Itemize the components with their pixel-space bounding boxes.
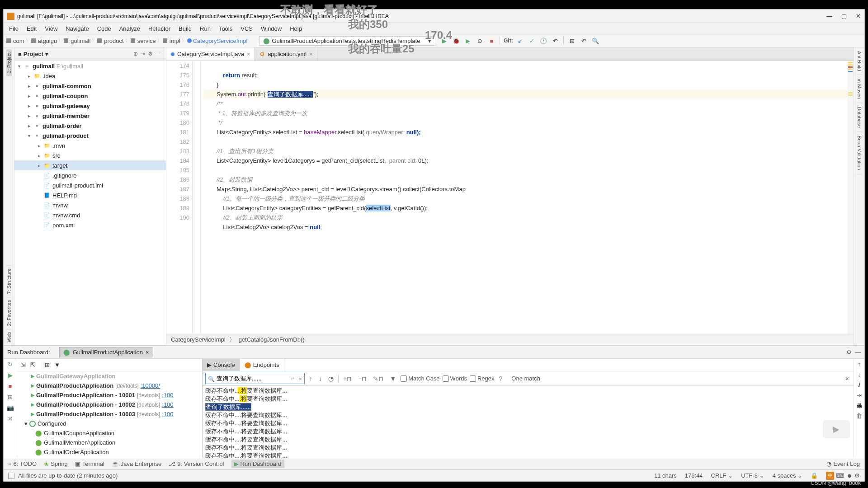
remove-icon[interactable]: −⊓ (356, 375, 368, 382)
tree-item[interactable]: ▸▫gulimall-member (14, 111, 166, 121)
close-icon[interactable]: × (247, 51, 250, 57)
gear-icon[interactable]: ⚙ (846, 349, 852, 356)
funnel-icon[interactable]: ▼ (388, 375, 398, 382)
tree-item[interactable]: ▸▫gulimall-order (14, 121, 166, 131)
layout-icon[interactable]: ⊞ (7, 393, 14, 400)
project-tree[interactable]: ▾▫gulimall F:\gulimall ▸📁.idea▸▫gulimall… (14, 61, 166, 345)
close-icon[interactable]: × (309, 51, 312, 57)
back-icon[interactable]: ↶ (580, 37, 587, 44)
tree-item[interactable]: ▸📁.idea (14, 71, 166, 81)
rail-web[interactable]: Web (6, 329, 12, 345)
endpoints-tab[interactable]: ⬤ Endpoints (240, 359, 284, 371)
configured-group[interactable]: ▾ Configured (17, 419, 202, 428)
menu-help[interactable]: Help (286, 24, 306, 33)
scroll-end-icon[interactable]: ⇥ (857, 392, 862, 399)
scroll-down-icon[interactable]: ↓ (858, 371, 861, 378)
filter2-icon[interactable]: ◔ (326, 375, 335, 382)
debug-button[interactable]: 🐞 (453, 37, 460, 44)
crumb[interactable]: CategoryServiceImpl (187, 38, 248, 44)
run-item[interactable]: ▶GulimallProductApplication - 10002 [dev… (17, 400, 202, 409)
menu-window[interactable]: Window (257, 24, 285, 33)
bottom-spring[interactable]: ❀ Spring (44, 460, 68, 467)
prev-match-icon[interactable]: ↑ (307, 375, 314, 382)
menu-file[interactable]: File (5, 24, 22, 33)
rail-structure[interactable]: 7: Structure (6, 265, 12, 297)
rail-ant[interactable]: Ant Build (857, 47, 862, 75)
menu-code[interactable]: Code (94, 24, 115, 33)
tree-root[interactable]: ▾▫gulimall F:\gulimall (14, 61, 166, 71)
run-icon[interactable]: ▶ (7, 371, 14, 379)
soft-wrap-icon[interactable]: ⤸ (857, 381, 862, 388)
grid-icon[interactable]: ⊞ (45, 361, 50, 368)
bottom-vcs[interactable]: ⎇ 9: Version Control (169, 460, 224, 467)
tree-item[interactable]: 📄mvnw (14, 200, 166, 210)
tree-item[interactable]: ▸📁src (14, 150, 166, 160)
status-crlf[interactable]: CRLF ⌄ (711, 472, 733, 479)
matchcase-checkbox[interactable]: Match Case (401, 375, 439, 382)
video-play-button[interactable]: ▶ (823, 420, 850, 438)
crumb[interactable]: atguigu〉 (31, 38, 63, 44)
tree-item[interactable]: 📄pom.xml (14, 220, 166, 230)
close-search-icon[interactable]: × (844, 375, 851, 382)
locate-icon[interactable]: ⊕ (133, 51, 141, 58)
stop-icon[interactable]: ■ (7, 382, 14, 389)
tab-application-yml[interactable]: ⚙application.yml× (255, 47, 317, 61)
close-button[interactable]: ✕ (856, 13, 861, 19)
code-editor[interactable]: 1741751761771781791801811821831841851861… (166, 61, 854, 334)
menu-navigate[interactable]: Navigate (62, 24, 92, 33)
camera-icon[interactable]: 📷 (7, 404, 14, 411)
run-item[interactable]: ▶GulimallProductApplication [devtools] :… (17, 381, 202, 390)
stop-button[interactable]: ■ (488, 37, 495, 44)
vcs-commit-icon[interactable]: ✓ (528, 37, 535, 44)
status-lock-icon[interactable]: 🔒 (811, 472, 818, 479)
trash-icon[interactable]: 🗑 (856, 413, 862, 419)
crumb[interactable]: gulimall〉 (64, 38, 96, 44)
collapse-icon[interactable]: ⇥ (141, 51, 148, 58)
collapse-icon[interactable]: ⇱ (30, 361, 35, 368)
crumb[interactable]: com〉 (6, 38, 30, 44)
menu-analyze[interactable]: Analyze (116, 24, 144, 33)
menu-refactor[interactable]: Refactor (145, 24, 174, 33)
config-item[interactable]: ⬤ GulimallMemberApplication (17, 438, 202, 447)
console-output[interactable]: 缓存不命中....将要查询数据库...缓存不命中....将要查询数据库...查询… (203, 386, 854, 458)
search-input[interactable] (205, 373, 305, 384)
search-icon[interactable]: 🔍 (592, 37, 599, 44)
vcs-history-icon[interactable]: 🕐 (540, 37, 547, 44)
coverage-button[interactable]: ▶̣ (464, 37, 472, 44)
tree-item[interactable]: 📄gulimall-product.iml (14, 180, 166, 190)
rerun-icon[interactable]: ↻ (7, 361, 14, 368)
bottom-todo[interactable]: ≡ 6: TODO (8, 460, 37, 467)
regex-checkbox[interactable]: Regex (470, 375, 495, 382)
rail-database[interactable]: Database (857, 103, 862, 132)
status-indent[interactable]: 4 spaces ⌄ (773, 472, 803, 479)
config-item[interactable]: ⬤ GulimallOrderApplication (17, 447, 202, 457)
tree-item[interactable]: ▾▫gulimall-product (14, 131, 166, 141)
help-icon[interactable]: ? (497, 375, 505, 382)
config-item[interactable]: ⬤ GulimallCouponApplication (17, 428, 202, 438)
minimize-button[interactable]: — (826, 13, 832, 19)
print-icon[interactable]: 🖶 (856, 402, 862, 409)
tree-item[interactable]: 📄.gitignore (14, 170, 166, 180)
run-button[interactable]: ▶ (441, 37, 448, 44)
clear-search-icon[interactable]: × (298, 375, 302, 382)
tree-item[interactable]: 📘HELP.md (14, 190, 166, 200)
vcs-revert-icon[interactable]: ↶ (552, 37, 559, 44)
run-item[interactable]: ▶GulimallGatewayApplication (17, 371, 202, 381)
run-config-selector[interactable]: ⬤ GulimallProductApplicationTests.testst… (259, 36, 435, 46)
rail-bean[interactable]: Bean Validation (857, 132, 862, 174)
crumb[interactable]: service〉 (131, 38, 162, 44)
tab-category-impl[interactable]: CategoryServiceImpl.java× (166, 47, 255, 61)
words-checkbox[interactable]: Words (443, 375, 467, 382)
tree-item[interactable]: ▸📁.mvn (14, 141, 166, 150)
menu-edit[interactable]: Edit (23, 24, 40, 33)
tree-item[interactable]: ▸📁target (14, 160, 166, 170)
bottom-javaee[interactable]: ☕ Java Enterprise (112, 460, 161, 467)
rail-project[interactable]: 1: Project (6, 49, 12, 76)
settings-icon[interactable]: ⚙ (148, 51, 155, 58)
close-icon[interactable]: × (146, 349, 149, 356)
bottom-terminal[interactable]: ▣ Terminal (75, 460, 104, 467)
expand-icon[interactable]: ⇲ (21, 361, 26, 368)
menu-run[interactable]: Run (196, 24, 214, 33)
rail-favorites[interactable]: 2: Favorites (6, 297, 12, 328)
run-item[interactable]: ▶GulimallProductApplication - 10001 [dev… (17, 390, 202, 400)
